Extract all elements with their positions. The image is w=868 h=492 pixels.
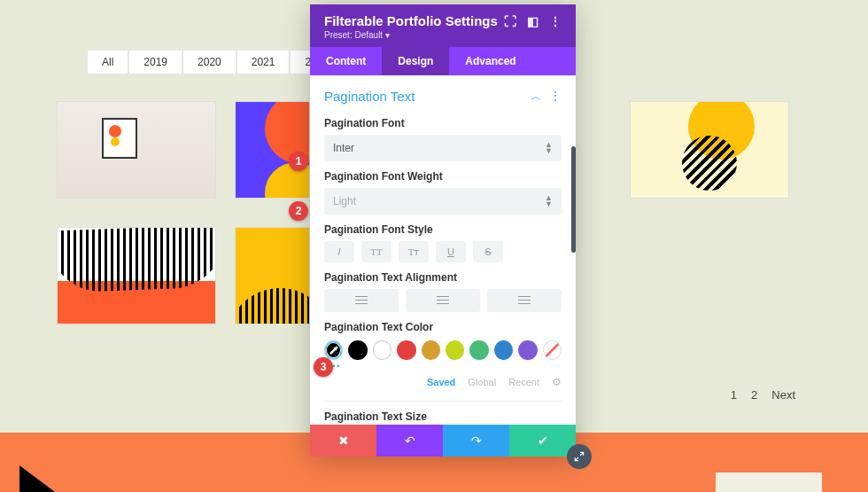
filter-2019[interactable]: 2019 (128, 50, 182, 74)
portfolio-thumb[interactable] (57, 227, 216, 324)
section-toggle[interactable]: Pagination Text ︿⋮ (324, 88, 562, 105)
tab-content[interactable]: Content (310, 47, 382, 75)
color-swatch-purple[interactable] (518, 340, 537, 360)
style-label: Pagination Font Style (324, 223, 562, 236)
color-swatch-black[interactable] (348, 340, 367, 360)
filter-2020[interactable]: 2020 (182, 50, 236, 74)
align-right-button[interactable] (487, 289, 562, 312)
eyedropper-button[interactable] (324, 340, 343, 360)
color-tab-recent[interactable]: Recent (508, 377, 539, 387)
annotation-badge-2: 2 (289, 201, 308, 221)
kebab-icon[interactable]: ⋮ (549, 14, 562, 28)
tab-design[interactable]: Design (382, 47, 449, 75)
select-arrows-icon: ▲▼ (545, 142, 553, 154)
portfolio-thumb[interactable] (57, 101, 216, 199)
section-menu-icon[interactable]: ⋮ (549, 89, 562, 103)
align-center-button[interactable] (406, 289, 480, 312)
color-swatch-green[interactable] (469, 340, 488, 360)
more-colors-icon[interactable]: ••• (324, 362, 562, 371)
modal-header: Filterable Portfolio Settings ⛶ ◧ ⋮ Pres… (310, 4, 576, 47)
smallcaps-button[interactable]: Tᴛ (399, 241, 429, 262)
settings-modal: Filterable Portfolio Settings ⛶ ◧ ⋮ Pres… (310, 4, 576, 457)
page-2[interactable]: 2 (751, 388, 757, 402)
color-swatch-amber[interactable] (422, 340, 440, 360)
page-1[interactable]: 1 (731, 388, 737, 402)
footer-card (716, 472, 822, 492)
tab-advanced[interactable]: Advanced (449, 47, 531, 75)
underline-button[interactable]: U (436, 241, 466, 262)
chevron-up-icon: ︿ (531, 90, 542, 103)
pagination: 1 2 Next (731, 388, 795, 402)
color-swatch-white[interactable] (373, 340, 391, 360)
save-button[interactable]: ✔ (509, 425, 576, 457)
size-label: Pagination Text Size (324, 401, 562, 423)
weight-select[interactable]: Light ▲▼ (324, 188, 562, 215)
portfolio-thumb[interactable] (630, 101, 789, 199)
modal-title: Filterable Portfolio Settings (324, 13, 498, 28)
select-arrows-icon: ▲▼ (545, 195, 553, 207)
undo-button[interactable]: ↶ (376, 425, 443, 457)
filter-2021[interactable]: 2021 (236, 50, 291, 74)
color-swatch-lime[interactable] (446, 340, 464, 360)
uppercase-button[interactable]: TT (361, 241, 391, 262)
filter-all[interactable]: All (87, 50, 128, 74)
color-tab-global[interactable]: Global (468, 377, 496, 387)
filter-tabs: All 2019 2020 2021 2022 (87, 50, 344, 74)
font-label: Pagination Font (324, 117, 562, 129)
gear-icon[interactable]: ⚙ (552, 376, 562, 388)
preset-dropdown[interactable]: Preset: Default ▾ (324, 30, 562, 40)
color-label: Pagination Text Color (324, 321, 562, 333)
portfolio-thumb[interactable] (235, 227, 310, 324)
annotation-badge-3: 3 (314, 357, 333, 377)
color-swatch-blue[interactable] (494, 340, 513, 360)
color-tab-saved[interactable]: Saved (427, 377, 455, 387)
cancel-button[interactable]: ✖ (310, 425, 376, 457)
italic-button[interactable]: I (324, 241, 354, 262)
modal-footer: ✖ ↶ ↷ ✔ (310, 425, 576, 457)
page-next[interactable]: Next (771, 388, 795, 402)
modal-tabs: Content Design Advanced (310, 47, 576, 75)
scrollbar[interactable] (571, 146, 576, 253)
font-select[interactable]: Inter ▲▼ (324, 135, 562, 161)
weight-label: Pagination Font Weight (324, 170, 562, 183)
align-label: Pagination Text Alignment (324, 271, 562, 284)
expand-icon (573, 450, 585, 463)
modal-body: Pagination Text ︿⋮ Pagination Font Inter… (310, 75, 576, 425)
annotation-badge-1: 1 (289, 152, 308, 171)
redo-button[interactable]: ↷ (443, 425, 509, 457)
color-swatch-red[interactable] (397, 340, 415, 360)
color-swatch-none[interactable] (543, 340, 562, 360)
align-left-button[interactable] (324, 289, 399, 312)
expand-handle[interactable] (567, 444, 592, 469)
eyedropper-icon (329, 345, 339, 355)
layout-icon[interactable]: ◧ (527, 14, 539, 28)
portfolio-thumb[interactable] (235, 101, 310, 199)
focus-icon[interactable]: ⛶ (504, 14, 516, 28)
strikethrough-button[interactable]: S (473, 241, 503, 262)
